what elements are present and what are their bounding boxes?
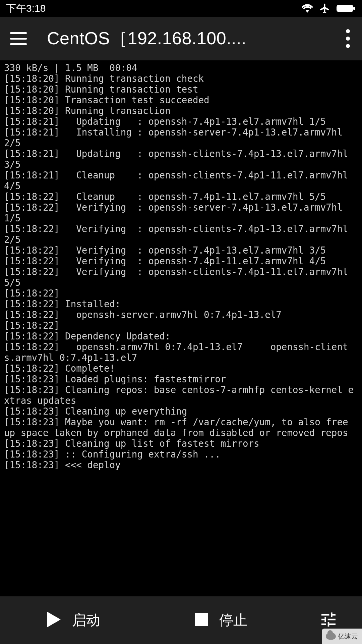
battery-icon bbox=[337, 4, 356, 13]
start-button[interactable]: 启动 bbox=[0, 596, 147, 644]
settings-button[interactable] bbox=[295, 610, 362, 630]
wifi-icon bbox=[302, 4, 313, 13]
watermark: 亿速云 bbox=[322, 629, 362, 644]
svg-rect-3 bbox=[195, 613, 208, 626]
airplane-mode-icon bbox=[319, 3, 330, 14]
svg-marker-2 bbox=[47, 612, 61, 627]
start-label: 启动 bbox=[72, 611, 100, 630]
bottom-bar: 启动 停止 bbox=[0, 596, 362, 644]
app-bar: CentOS［192.168.100.... bbox=[0, 17, 362, 60]
stop-icon bbox=[195, 613, 208, 627]
watermark-text: 亿速云 bbox=[338, 632, 358, 641]
app-title: CentOS［192.168.100.... bbox=[47, 27, 346, 50]
cloud-icon bbox=[326, 633, 336, 640]
status-time: 下午3:18 bbox=[6, 2, 46, 15]
stop-label: 停止 bbox=[219, 611, 247, 630]
svg-rect-0 bbox=[337, 5, 353, 12]
stop-button[interactable]: 停止 bbox=[147, 596, 295, 644]
more-options-icon[interactable] bbox=[346, 29, 350, 48]
tune-icon bbox=[319, 610, 338, 630]
play-icon bbox=[47, 612, 61, 629]
menu-icon[interactable] bbox=[10, 32, 27, 45]
status-bar: 下午3:18 bbox=[0, 0, 362, 17]
terminal-output[interactable]: 330 kB/s | 1.5 MB 00:04 [15:18:20] Runni… bbox=[0, 60, 362, 596]
status-icons bbox=[302, 3, 356, 14]
svg-rect-1 bbox=[353, 7, 355, 10]
